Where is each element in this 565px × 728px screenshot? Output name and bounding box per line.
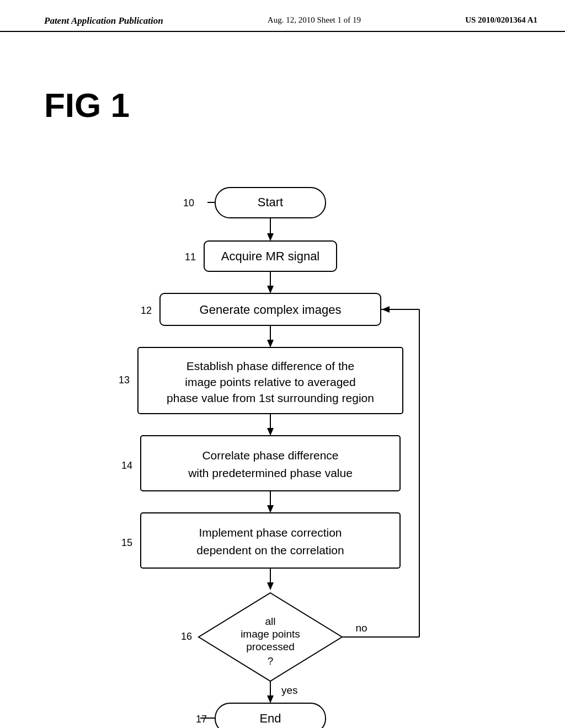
svg-rect-4 [204,241,337,271]
svg-rect-14 [141,436,400,491]
svg-rect-17 [141,513,400,568]
generate-label: Generate complex images [200,303,342,317]
header-patent-number: US 2010/0201364 A1 [465,15,537,25]
decision-line2: image points [241,628,300,640]
svg-marker-10 [267,340,274,347]
svg-marker-19 [267,582,274,590]
svg-marker-22 [382,306,390,313]
flowchart-svg: Start 10 Acquire MR signal 11 Generate c… [0,85,565,728]
node11-id: 11 [185,251,196,263]
svg-rect-0 [215,188,326,218]
correlate-line2: with predetermined phase value [188,467,353,479]
header-date-sheet: Aug. 12, 2010 Sheet 1 of 19 [268,15,361,25]
end-label: End [259,711,281,725]
decision-diamond [199,593,342,681]
establish-line1: Establish phase difference of the [186,360,354,372]
decision-line3: processed [246,641,295,652]
page-header: Patent Application Publication Aug. 12, … [0,0,565,32]
establish-line3: phase value from 1st surrounding region [167,392,374,404]
acquire-label: Acquire MR signal [221,249,320,263]
svg-rect-7 [160,293,381,325]
start-label: Start [258,195,283,209]
node10-id: 10 [183,197,194,208]
node12-id: 12 [141,305,152,316]
node13-id: 13 [119,374,130,386]
decision-line4: ? [268,655,274,667]
node17-id: 17 [196,714,207,725]
yes-label: yes [281,684,298,696]
no-label: no [355,622,367,634]
svg-marker-13 [267,428,274,436]
figure-label: FIG 1 [44,85,130,125]
implement-line2: dependent on the correlation [196,544,344,556]
node16-id: 16 [181,631,192,642]
decision-line1: all [265,615,275,627]
header-publication-label: Patent Application Publication [44,15,163,26]
node14-id: 14 [121,460,132,471]
establish-line2: image points relative to averaged [185,376,355,388]
node15-id: 15 [121,537,132,548]
implement-line1: Implement phase correction [199,526,342,539]
svg-rect-11 [138,347,403,414]
correlate-line1: Correlate phase difference [202,449,338,462]
svg-marker-16 [267,505,274,513]
svg-rect-25 [215,703,326,728]
svg-marker-24 [267,695,274,703]
svg-marker-6 [267,286,274,293]
svg-marker-3 [267,233,274,241]
